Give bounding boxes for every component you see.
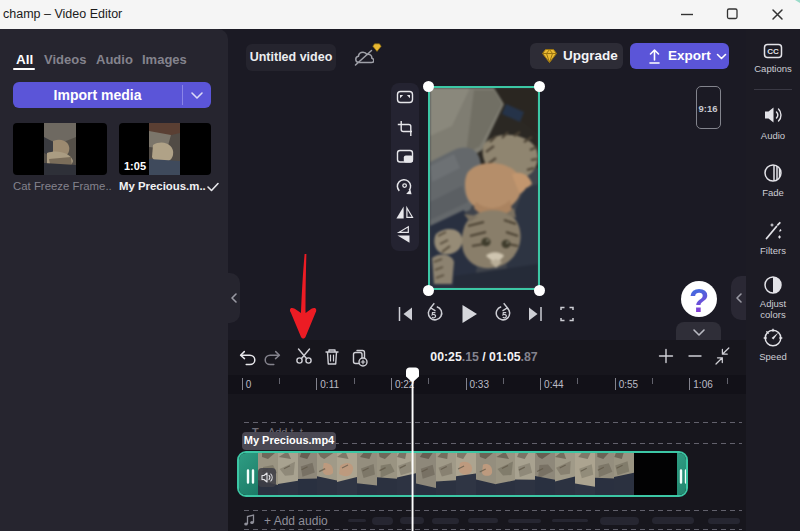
svg-text:Speed: Speed bbox=[759, 351, 786, 362]
svg-text:Filters: Filters bbox=[760, 245, 786, 256]
svg-text:Fade: Fade bbox=[762, 187, 784, 198]
svg-text:colors: colors bbox=[760, 309, 786, 320]
svg-text:Audio: Audio bbox=[761, 130, 785, 141]
svg-text:Adjust: Adjust bbox=[760, 298, 787, 309]
svg-text:CC: CC bbox=[767, 47, 779, 56]
svg-text:Captions: Captions bbox=[754, 63, 792, 74]
